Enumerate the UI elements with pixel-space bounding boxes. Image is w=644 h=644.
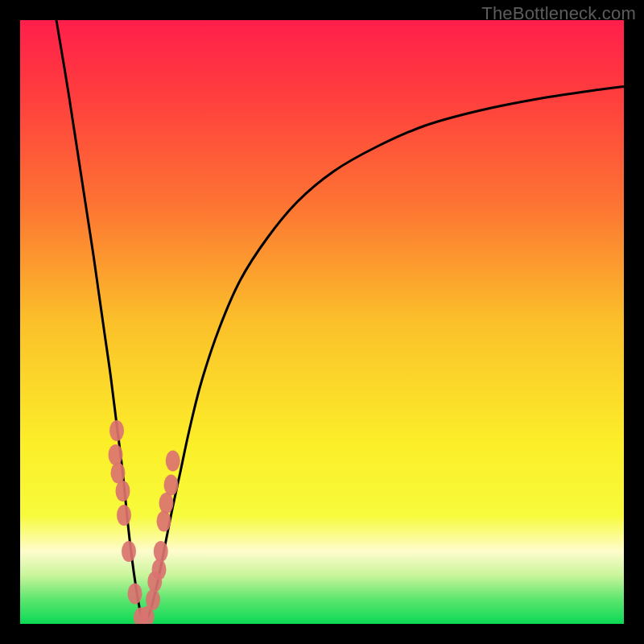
data-markers: [109, 420, 180, 624]
data-marker: [109, 420, 124, 441]
data-marker: [128, 584, 142, 605]
right-branch-curve: [146, 87, 624, 621]
chart-frame: TheBottleneck.com: [0, 0, 644, 644]
data-marker: [109, 444, 123, 465]
data-marker: [157, 511, 171, 532]
watermark-text: TheBottleneck.com: [481, 3, 636, 24]
data-marker: [159, 493, 174, 514]
data-marker: [117, 505, 131, 526]
data-marker: [164, 475, 179, 496]
data-marker: [122, 541, 136, 562]
data-marker: [111, 463, 126, 484]
left-branch-curve: [56, 20, 142, 621]
data-marker: [154, 541, 168, 562]
data-marker: [166, 451, 180, 472]
data-marker: [152, 559, 167, 580]
curve-layer: [20, 20, 624, 624]
plot-area: [20, 20, 624, 624]
data-marker: [116, 481, 130, 502]
data-marker: [146, 589, 160, 610]
